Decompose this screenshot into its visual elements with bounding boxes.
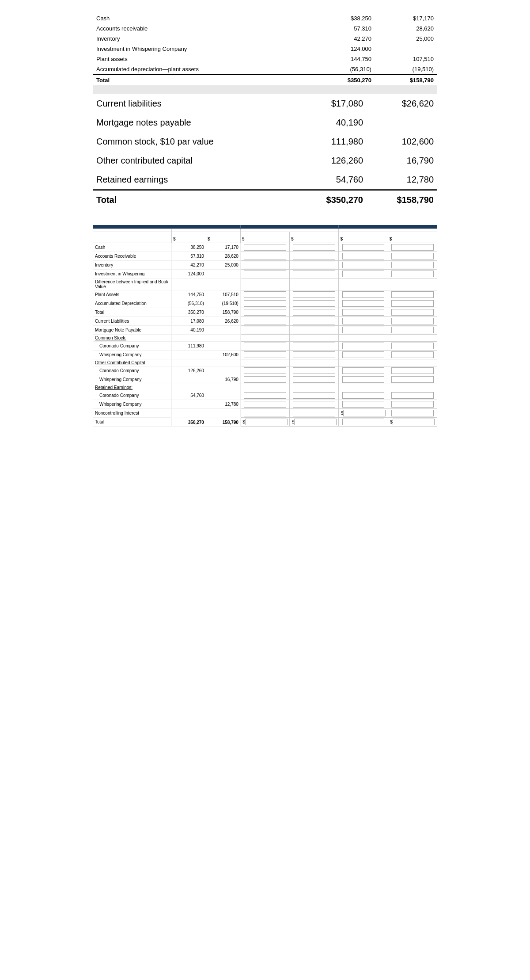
wp-debit-input[interactable] xyxy=(244,392,286,399)
wp-consolidated-input-cell xyxy=(388,326,437,335)
wp-noncontrolling-input[interactable] xyxy=(342,271,385,277)
wp-credit-input[interactable] xyxy=(293,253,335,259)
wp-debit-input[interactable] xyxy=(244,401,286,408)
wp-debit-input-cell xyxy=(240,375,289,384)
wp-consolidated-input[interactable] xyxy=(391,392,434,399)
wp-noncontrolling-input[interactable] xyxy=(342,392,385,399)
wp-debit-input[interactable] xyxy=(244,291,286,298)
wp-noncontrolling-input[interactable] xyxy=(342,376,385,383)
wp-noncontrolling-input-cell xyxy=(339,326,388,335)
wp-noncontrolling-input[interactable] xyxy=(342,253,385,259)
wp-credit-input[interactable] xyxy=(293,376,335,383)
wp-credit-input[interactable] xyxy=(294,419,337,425)
wp-consolidated-input[interactable] xyxy=(393,419,435,425)
wp-consolidated-input[interactable] xyxy=(391,262,434,268)
wp-noncontrolling-input[interactable] xyxy=(342,327,385,333)
wp-credit-input[interactable] xyxy=(293,410,335,416)
wp-debit-input[interactable] xyxy=(244,318,286,324)
wp-consolidated-input[interactable] xyxy=(391,309,434,316)
wp-consolidated-input[interactable] xyxy=(391,253,434,259)
wp-credit-input[interactable] xyxy=(293,318,335,324)
wp-debit-input-cell xyxy=(240,335,289,342)
wp-debit-input[interactable] xyxy=(244,244,286,251)
wp-credit-input[interactable] xyxy=(293,244,335,251)
liab-row-label: Other contributed capital xyxy=(93,151,296,170)
liab-row-label: Total xyxy=(93,190,296,210)
assets-whispering-val: (19,510) xyxy=(375,64,437,75)
wp-coronado-sub-header xyxy=(172,229,206,232)
wp-credit-input-cell xyxy=(290,308,339,317)
liab-coronado-val: 54,760 xyxy=(296,170,367,190)
wp-whispering-val xyxy=(206,326,240,335)
wp-credit-input[interactable] xyxy=(293,271,335,277)
wp-noncontrolling-input[interactable] xyxy=(342,244,385,251)
wp-noncontrolling-input[interactable] xyxy=(342,419,385,425)
wp-noncontrolling-input[interactable] xyxy=(342,367,385,374)
wp-header-blank xyxy=(93,229,172,232)
wp-consolidated-input[interactable] xyxy=(391,410,434,416)
wp-credit-input[interactable] xyxy=(293,309,335,316)
wp-debit-input[interactable] xyxy=(244,376,286,383)
wp-balance-header xyxy=(388,232,437,235)
wp-debit-input[interactable] xyxy=(244,327,286,333)
wp-debit-input[interactable] xyxy=(244,253,286,259)
wp-noncontrolling-input[interactable] xyxy=(342,291,385,298)
wp-credit-input[interactable] xyxy=(293,401,335,408)
wp-consolidated-input-cell xyxy=(388,342,437,351)
assets-row-label: Investment in Whispering Company xyxy=(93,44,313,54)
wp-whispering-val: 25,000 xyxy=(206,261,240,270)
wp-debit-input[interactable] xyxy=(244,262,286,268)
wp-consolidated-input[interactable] xyxy=(391,318,434,324)
wp-credit-input[interactable] xyxy=(293,327,335,333)
wp-noncontrolling-input-cell xyxy=(339,342,388,351)
liab-whispering-val: 102,600 xyxy=(367,132,437,151)
wp-whispering-val: 16,790 xyxy=(206,375,240,384)
wp-whispering-val xyxy=(206,342,240,351)
wp-consolidated-input[interactable] xyxy=(391,401,434,408)
wp-row-label: Coronado Company xyxy=(93,342,172,351)
wp-noncontrolling-input[interactable] xyxy=(342,262,385,268)
wp-debit-input[interactable] xyxy=(244,300,286,307)
wp-debit-input[interactable] xyxy=(244,367,286,374)
wp-credit-input[interactable] xyxy=(293,262,335,268)
wp-credit-input[interactable] xyxy=(293,300,335,307)
liab-whispering-val: $158,790 xyxy=(367,190,437,210)
wp-consolidated-input[interactable] xyxy=(391,244,434,251)
wp-consolidated-input[interactable] xyxy=(391,367,434,374)
wp-noncontrolling-input[interactable] xyxy=(342,351,385,358)
wp-noncontrolling-input[interactable] xyxy=(343,410,386,416)
wp-credit-input[interactable] xyxy=(293,351,335,358)
wp-noncontrolling-input-cell xyxy=(339,351,388,359)
wp-noncontrolling-input[interactable] xyxy=(342,401,385,408)
wp-debit-input[interactable] xyxy=(244,410,286,416)
wp-credit-input[interactable] xyxy=(293,392,335,399)
wp-noncontrolling-input[interactable] xyxy=(342,343,385,349)
wp-credit-input-cell xyxy=(290,299,339,308)
wp-credit-input[interactable] xyxy=(293,367,335,374)
wp-debit-input[interactable] xyxy=(244,343,286,349)
wp-consolidated-input[interactable] xyxy=(391,291,434,298)
liab-coronado-val: 40,190 xyxy=(296,113,367,132)
assets-row-label: Accounts receivable xyxy=(93,23,313,34)
wp-consolidated-input[interactable] xyxy=(391,343,434,349)
wp-debit-input-cell xyxy=(240,400,289,409)
wp-debit-input[interactable] xyxy=(244,351,286,358)
wp-debit-input-cell xyxy=(240,299,289,308)
wp-debit-input[interactable] xyxy=(245,419,288,425)
wp-consolidated-input[interactable] xyxy=(391,271,434,277)
wp-whispering-val: (19,510) xyxy=(206,299,240,308)
wp-noncontrolling-input[interactable] xyxy=(342,318,385,324)
assets-row-label: Plant assets xyxy=(93,54,313,64)
wp-debit-input-cell xyxy=(240,366,289,375)
wp-debit-input[interactable] xyxy=(244,309,286,316)
wp-consolidated-input[interactable] xyxy=(391,376,434,383)
wp-consolidated-input[interactable] xyxy=(391,300,434,307)
wp-credit-input[interactable] xyxy=(293,343,335,349)
wp-consolidated-input-cell xyxy=(388,375,437,384)
wp-consolidated-input[interactable] xyxy=(391,327,434,333)
wp-noncontrolling-input[interactable] xyxy=(342,300,385,307)
wp-credit-input[interactable] xyxy=(293,291,335,298)
wp-noncontrolling-input[interactable] xyxy=(342,309,385,316)
wp-consolidated-input[interactable] xyxy=(391,351,434,358)
wp-debit-input[interactable] xyxy=(244,271,286,277)
